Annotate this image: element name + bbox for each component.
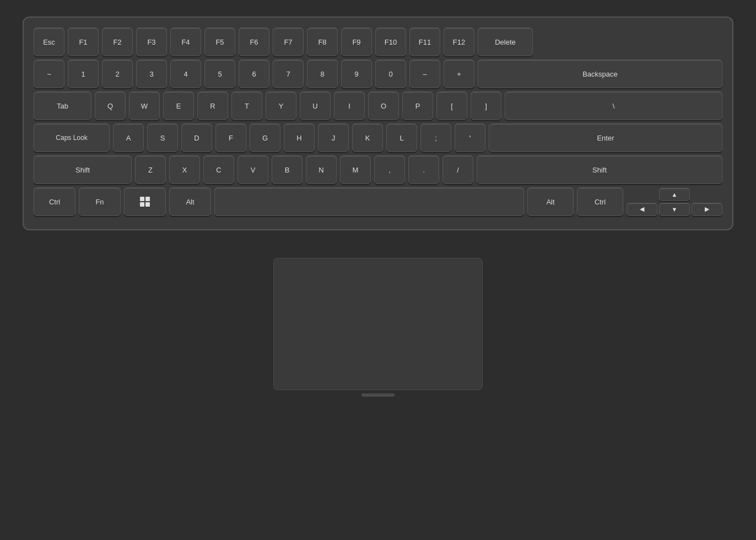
key-backslash[interactable]: \ [505,91,722,120]
key-arrow-down[interactable]: ▼ [659,203,690,216]
key-7[interactable]: 7 [273,60,304,88]
key-shift-left[interactable]: Shift [34,155,132,184]
arrow-cluster: ▲ ◀ ▼ ▶ [627,188,722,216]
key-arrow-right[interactable]: ▶ [692,203,722,216]
home-row: Caps Look A S D F G H J K L ; ' Enter [34,123,722,152]
keyboard: Esc F1 F2 F3 F4 F5 F6 F7 F8 F9 F10 F11 F… [23,17,733,230]
key-2[interactable]: 2 [102,60,133,88]
key-u[interactable]: U [300,91,331,120]
key-f12[interactable]: F12 [444,28,474,56]
key-f10[interactable]: F10 [375,28,406,56]
key-f6[interactable]: F6 [239,28,269,56]
key-slash[interactable]: / [442,155,473,184]
key-arrow-up[interactable]: ▲ [659,188,690,201]
key-enter[interactable]: Enter [489,123,722,152]
key-f2[interactable]: F2 [102,28,133,56]
key-h[interactable]: H [284,123,315,152]
key-rbracket[interactable]: ] [471,91,501,120]
key-f8[interactable]: F8 [307,28,338,56]
key-win[interactable] [124,187,166,216]
key-c[interactable]: C [203,155,234,184]
key-tilde[interactable]: ~ [34,60,64,88]
key-d[interactable]: D [181,123,212,152]
key-tab[interactable]: Tab [34,91,91,120]
key-m[interactable]: M [340,155,371,184]
key-f7[interactable]: F7 [273,28,304,56]
key-capslock[interactable]: Caps Look [34,123,110,152]
key-p[interactable]: P [402,91,433,120]
touchpad[interactable] [273,258,483,390]
key-5[interactable]: 5 [204,60,235,88]
key-1[interactable]: 1 [68,60,99,88]
key-n[interactable]: N [306,155,337,184]
key-alt-right[interactable]: Alt [527,187,574,216]
key-backspace[interactable]: Backspace [478,60,722,88]
key-e[interactable]: E [163,91,194,120]
key-semicolon[interactable]: ; [420,123,451,152]
key-a[interactable]: A [113,123,144,152]
key-ctrl-right[interactable]: Ctrl [577,187,623,216]
key-s[interactable]: S [147,123,178,152]
key-period[interactable]: . [408,155,439,184]
key-q[interactable]: Q [95,91,126,120]
key-fn[interactable]: Fn [79,187,121,216]
arrow-bottom-row: ◀ ▼ ▶ [627,203,722,216]
key-delete[interactable]: Delete [478,28,533,56]
key-j[interactable]: J [318,123,349,152]
key-ctrl-left[interactable]: Ctrl [34,187,75,216]
key-plus[interactable]: + [444,60,474,88]
shift-row: Shift Z X C V B N M , . / Shift [34,155,722,184]
key-f[interactable]: F [215,123,246,152]
key-g[interactable]: G [250,123,280,152]
key-alt-left[interactable]: Alt [169,187,211,216]
touchpad-bar [361,393,395,397]
number-row: ~ 1 2 3 4 5 6 7 8 9 0 – + Backspace [34,60,722,88]
key-8[interactable]: 8 [307,60,338,88]
key-f4[interactable]: F4 [170,28,201,56]
key-f5[interactable]: F5 [204,28,235,56]
key-f9[interactable]: F9 [341,28,372,56]
key-esc[interactable]: Esc [34,28,64,56]
key-6[interactable]: 6 [239,60,269,88]
key-v[interactable]: V [237,155,268,184]
key-o[interactable]: O [368,91,399,120]
key-comma[interactable]: , [374,155,405,184]
key-f11[interactable]: F11 [409,28,440,56]
key-w[interactable]: W [129,91,160,120]
key-y[interactable]: Y [266,91,296,120]
key-0[interactable]: 0 [375,60,406,88]
key-f3[interactable]: F3 [136,28,167,56]
key-x[interactable]: X [169,155,200,184]
key-4[interactable]: 4 [170,60,201,88]
key-b[interactable]: B [272,155,303,184]
key-t[interactable]: T [231,91,262,120]
function-row: Esc F1 F2 F3 F4 F5 F6 F7 F8 F9 F10 F11 F… [34,28,722,56]
windows-icon [140,197,150,207]
key-r[interactable]: R [197,91,228,120]
key-3[interactable]: 3 [136,60,167,88]
key-9[interactable]: 9 [341,60,372,88]
key-l[interactable]: L [386,123,417,152]
key-arrow-left[interactable]: ◀ [627,203,657,216]
key-k[interactable]: K [352,123,383,152]
qwerty-row: Tab Q W E R T Y U I O P [ ] \ [34,91,722,120]
key-i[interactable]: I [334,91,365,120]
key-space[interactable] [214,187,524,216]
key-z[interactable]: Z [135,155,166,184]
key-quote[interactable]: ' [455,123,485,152]
key-minus[interactable]: – [409,60,440,88]
key-shift-right[interactable]: Shift [477,155,722,184]
key-lbracket[interactable]: [ [436,91,467,120]
key-f1[interactable]: F1 [68,28,99,56]
arrow-top-row: ▲ [627,188,722,201]
touchpad-area [273,258,483,397]
bottom-row: Ctrl Fn Alt Alt Ctrl ▲ [34,187,722,216]
